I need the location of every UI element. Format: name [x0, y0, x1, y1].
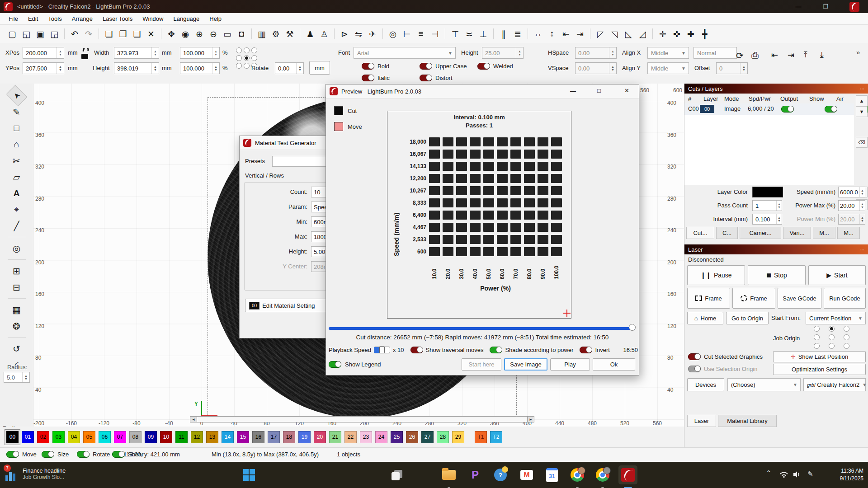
- preview-maximize-button[interactable]: □: [597, 87, 601, 94]
- invert-toggle[interactable]: [580, 347, 592, 353]
- corner-top-right-icon[interactable]: ◹: [609, 28, 620, 40]
- palette-chip-27[interactable]: 27: [421, 431, 434, 443]
- menu-laser-tools[interactable]: Laser Tools: [98, 15, 137, 22]
- palette-chip-04[interactable]: 04: [68, 431, 80, 443]
- start-preview-icon[interactable]: ⊳: [339, 28, 350, 40]
- choose-select[interactable]: (Choose)▼: [727, 378, 801, 391]
- user-icon[interactable]: ♙: [318, 28, 330, 40]
- corner-bottom-right-icon[interactable]: ◿: [637, 28, 648, 40]
- space-horizontal-icon[interactable]: ↔: [532, 28, 544, 40]
- playback-speed-slider[interactable]: [374, 347, 390, 353]
- measure-tool-icon[interactable]: ╱: [8, 219, 25, 232]
- push-left-icon[interactable]: ⇤: [560, 28, 572, 40]
- show-legend-toggle[interactable]: [329, 361, 341, 368]
- start-button[interactable]: [240, 465, 259, 484]
- ypos-spinner[interactable]: ▲▼: [57, 63, 64, 74]
- font-height-input[interactable]: 25.00▲▼: [482, 47, 524, 59]
- scroll-left-arrow[interactable]: ◄: [190, 417, 197, 422]
- width-pct-spinner[interactable]: ▲▼: [212, 47, 219, 58]
- laser-dock-icons[interactable]: ▫▫: [860, 247, 865, 252]
- distribute-v-icon[interactable]: ≣: [512, 28, 524, 40]
- speed-input[interactable]: 6000.0▲▼: [838, 187, 865, 197]
- offset-circle-tool-icon[interactable]: ◎: [8, 242, 25, 255]
- toolbar-overflow-chevron[interactable]: »: [856, 48, 860, 56]
- nudge-cross-alt-icon[interactable]: ✜: [671, 28, 683, 40]
- start-here-button[interactable]: Start here: [462, 358, 501, 371]
- preview-window-icon[interactable]: ▥: [256, 28, 268, 40]
- bold-toggle[interactable]: Bold: [362, 63, 389, 70]
- grid-array-tool-icon[interactable]: ▦: [8, 303, 25, 316]
- hspace-input[interactable]: 0.00▲▼: [575, 47, 617, 59]
- save-gcode-button[interactable]: Save GCode: [778, 288, 821, 309]
- palette-chip-06[interactable]: 06: [99, 431, 111, 443]
- ok-button[interactable]: Ok: [593, 358, 635, 371]
- focus-target-icon[interactable]: ◎: [387, 28, 399, 40]
- pen-input-icon[interactable]: ✎: [807, 470, 813, 478]
- menu-arrange[interactable]: Arrange: [67, 15, 98, 22]
- distort-toggle[interactable]: Distort: [420, 75, 453, 81]
- tab-cut-[interactable]: Cut...: [686, 227, 714, 239]
- text-tool-icon[interactable]: A: [8, 187, 25, 200]
- width-input[interactable]: 373.973▲▼: [114, 47, 159, 59]
- trim-tool-icon[interactable]: ✂: [8, 154, 25, 167]
- zoom-to-page-icon[interactable]: ◉: [179, 28, 191, 40]
- chrome-profile-2-button[interactable]: [593, 465, 612, 484]
- push-right-icon[interactable]: ⇥: [574, 28, 586, 40]
- anchor-center-radio[interactable]: [244, 55, 250, 61]
- palette-chip-05[interactable]: 05: [83, 431, 95, 443]
- text-style-select[interactable]: Normal: [693, 47, 737, 59]
- alignx-select[interactable]: Middle▼: [647, 47, 689, 59]
- layer-row[interactable]: C00 00 Image 6,000 / 20: [684, 103, 854, 115]
- optimization-settings-button[interactable]: Optimization Settings: [773, 364, 866, 375]
- align-center-h-icon[interactable]: ≡: [415, 28, 427, 40]
- palette-chip-07[interactable]: 07: [114, 431, 126, 443]
- cut-selected-toggle[interactable]: Cut Selected Graphics: [688, 353, 763, 360]
- tab-camer-[interactable]: Camer...: [740, 227, 781, 239]
- palette-chip-03[interactable]: 03: [52, 431, 65, 443]
- job-origin-grid[interactable]: [814, 326, 850, 349]
- scroll-thumb[interactable]: [197, 417, 528, 422]
- layer-color-badge[interactable]: 00: [700, 105, 714, 113]
- palette-chip-20[interactable]: 20: [314, 431, 326, 443]
- frame-selection-icon[interactable]: ▭: [222, 28, 233, 40]
- height-pct-input[interactable]: 100.000▲▼: [180, 62, 220, 74]
- go-to-origin-button[interactable]: Go to Origin: [726, 312, 769, 324]
- undo-icon[interactable]: ↶: [69, 28, 80, 40]
- tab-laser[interactable]: Laser: [687, 415, 716, 427]
- preview-close-button[interactable]: ✕: [624, 87, 629, 94]
- menu-language[interactable]: Language: [168, 15, 204, 22]
- move-below-icon[interactable]: ⤓: [820, 50, 824, 60]
- mirror-icon[interactable]: ⇋: [353, 28, 364, 40]
- palette-chip-15[interactable]: 15: [237, 431, 249, 443]
- grid-cross-icon[interactable]: ╋: [699, 28, 711, 40]
- tab-c-[interactable]: C...: [716, 227, 738, 239]
- status-toggle-rotate[interactable]: Rotate: [77, 451, 110, 458]
- palette-chip-26[interactable]: 26: [406, 431, 418, 443]
- nudge-cross-icon[interactable]: ✛: [657, 28, 669, 40]
- maximize-button[interactable]: ❐: [816, 0, 835, 13]
- palette-chip-09[interactable]: 09: [145, 431, 157, 443]
- power-max-input[interactable]: 20.00▲▼: [838, 200, 865, 211]
- frame-rect-button[interactable]: Frame: [687, 288, 730, 309]
- height-pct-spinner[interactable]: ▲▼: [212, 63, 219, 74]
- paint-app-button[interactable]: P: [466, 465, 485, 484]
- height-spinner[interactable]: ▲▼: [151, 63, 159, 74]
- width-pct-input[interactable]: 100.000▲▼: [180, 47, 220, 59]
- radius-spinner[interactable]: ▲▼: [22, 372, 29, 382]
- palette-chip-14[interactable]: 14: [222, 431, 234, 443]
- units-mm-button[interactable]: mm: [309, 61, 330, 75]
- panel-dock-icons[interactable]: ▫▫: [860, 86, 865, 91]
- boolean-subtract-tool-icon[interactable]: ⊟: [8, 281, 25, 294]
- pass-count-input[interactable]: 1▲▼: [752, 200, 782, 211]
- copy-icon[interactable]: ❐: [117, 28, 129, 40]
- file-explorer-button[interactable]: [439, 465, 458, 484]
- palette-chip-16[interactable]: 16: [252, 431, 264, 443]
- vspace-input[interactable]: 0.00▲▼: [575, 62, 617, 74]
- play-button[interactable]: Play: [550, 358, 590, 371]
- task-view-button[interactable]: [388, 465, 407, 484]
- palette-chip-25[interactable]: 25: [391, 431, 403, 443]
- start-button[interactable]: ▶Start: [808, 265, 866, 285]
- palette-chip-29[interactable]: 29: [452, 431, 464, 443]
- palette-chip-13[interactable]: 13: [206, 431, 218, 443]
- traversal-toggle[interactable]: [410, 347, 423, 353]
